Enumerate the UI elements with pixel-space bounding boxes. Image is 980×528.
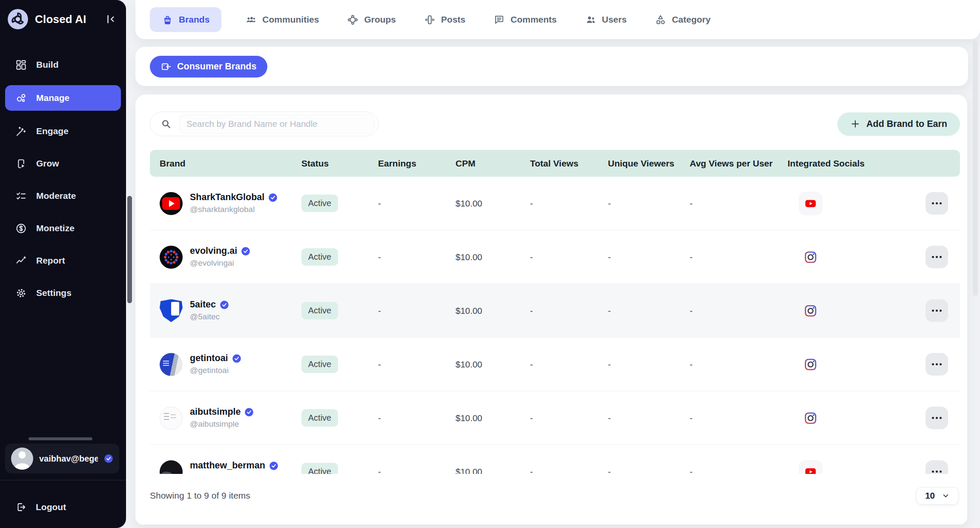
cpm-value: $10.00	[456, 252, 530, 262]
page-size-select[interactable]: 10	[916, 487, 959, 505]
search-box[interactable]	[150, 112, 378, 136]
status-badge: Active	[301, 409, 338, 427]
consumer-brands-button[interactable]: Consumer Brands	[150, 56, 267, 77]
sidebar-item-label: Build	[36, 60, 59, 70]
sidebar-item-grow[interactable]: Grow	[0, 152, 126, 175]
tab-comments[interactable]: Comments	[489, 7, 561, 32]
row-actions-button[interactable]	[926, 407, 948, 429]
total-views-value: -	[530, 198, 608, 209]
table-row[interactable]: aibutsimple @aibutsimple Active - $10.00…	[150, 391, 960, 445]
row-actions-button[interactable]	[926, 246, 948, 268]
table-body: SharkTankGlobal @sharktankglobal Active …	[150, 177, 960, 474]
tab-label: Communities	[262, 14, 319, 25]
logo-row: Closed AI	[0, 0, 126, 37]
sidebar-scrollbar[interactable]	[127, 196, 132, 303]
report-icon	[15, 255, 27, 267]
sidebar-item-engage[interactable]: Engage	[0, 119, 126, 143]
row-actions-button[interactable]	[926, 192, 948, 215]
top-navigation: Brands Communities Groups Posts	[135, 0, 980, 39]
brand-name: 5aitec	[190, 299, 229, 310]
social-icon[interactable]	[799, 245, 822, 269]
social-icon[interactable]	[799, 192, 822, 215]
sidebar-item-moderate[interactable]: Moderate	[0, 184, 126, 208]
table-row[interactable]: getintoai @getintoai Active - $10.00 - -…	[150, 338, 960, 391]
tab-communities[interactable]: Communities	[241, 7, 323, 32]
verified-badge-icon	[232, 354, 241, 363]
social-icon[interactable]	[799, 353, 822, 376]
brand-name: SharkTankGlobal	[190, 192, 278, 203]
row-actions-button[interactable]	[926, 353, 948, 376]
verified-badge-icon	[220, 300, 229, 310]
status-badge: Active	[301, 195, 338, 212]
tab-category[interactable]: Category	[650, 7, 715, 32]
cpm-value: $10.00	[456, 198, 530, 209]
tab-brands[interactable]: Brands	[150, 7, 221, 32]
sidebar-item-build[interactable]: Build	[0, 53, 126, 77]
pagination-summary: Showing 1 to 9 of 9 items	[150, 491, 250, 501]
social-icon[interactable]	[799, 406, 822, 430]
page-size-value: 10	[925, 491, 935, 501]
user-card[interactable]: vaibhav@begenu...	[5, 444, 119, 473]
sidebar-item-monetize[interactable]: Monetize	[0, 216, 126, 240]
category-icon	[655, 14, 666, 26]
logout-button[interactable]: Logout	[15, 502, 66, 513]
brand-handle: @sharktankglobal	[190, 205, 278, 215]
brand-name: matthew_berman	[190, 460, 278, 471]
sidebar-item-manage[interactable]: Manage	[5, 85, 121, 111]
sidebar-item-label: Moderate	[36, 191, 76, 201]
social-icon[interactable]	[799, 299, 822, 323]
row-actions-button[interactable]	[926, 299, 948, 322]
communities-icon	[245, 14, 257, 26]
youtube-icon	[804, 197, 817, 210]
sidebar-item-report[interactable]: Report	[0, 249, 126, 273]
logout-label: Logout	[36, 502, 66, 512]
sidebar-item-label: Report	[36, 255, 65, 266]
tab-posts[interactable]: Posts	[420, 7, 470, 32]
total-views-value: -	[530, 359, 608, 370]
total-views-value: -	[530, 467, 608, 474]
unique-viewers-value: -	[608, 413, 690, 423]
instagram-icon	[804, 358, 817, 371]
add-brand-button[interactable]: Add Brand to Earn	[837, 112, 960, 136]
status-badge: Active	[301, 248, 338, 266]
cpm-value: $10.00	[456, 467, 530, 474]
page-scrollbar[interactable]	[973, 40, 978, 296]
total-views-value: -	[530, 252, 608, 262]
sidebar: Closed AI Build Manage Engage	[0, 0, 126, 528]
unique-viewers-value: -	[608, 252, 690, 262]
avg-views-value: -	[690, 467, 788, 474]
brand-cell: aibutsimple @aibutsimple	[160, 407, 301, 430]
sidebar-item-settings[interactable]: Settings	[0, 281, 126, 305]
monetize-icon	[15, 223, 27, 234]
search-input[interactable]	[179, 115, 375, 134]
tab-users[interactable]: Users	[581, 7, 631, 32]
sidebar-item-label: Settings	[36, 288, 72, 298]
brand-avatar	[160, 246, 183, 269]
brand-cell: 5aitec @5aitec	[160, 299, 301, 322]
col-unique-viewers: Unique Viewers	[608, 158, 690, 169]
table-row[interactable]: SharkTankGlobal @sharktankglobal Active …	[150, 177, 960, 230]
row-actions-button[interactable]	[926, 460, 948, 474]
cpm-value: $10.00	[456, 306, 530, 316]
table-row[interactable]: 5aitec @5aitec Active - $10.00 - - -	[150, 284, 960, 338]
social-icon[interactable]	[799, 460, 822, 474]
table-row[interactable]: evolving.ai @evolvingai Active - $10.00 …	[150, 230, 960, 284]
user-email: vaibhav@begenu...	[39, 454, 98, 464]
table-row[interactable]: matthew_berman Active - $10.00 - - -	[150, 445, 960, 474]
engage-icon	[15, 126, 27, 137]
users-icon	[585, 14, 596, 26]
consumer-brands-label: Consumer Brands	[177, 61, 256, 72]
add-brand-label: Add Brand to Earn	[866, 119, 947, 129]
table-header: Brand Status Earnings CPM Total Views Un…	[150, 150, 960, 177]
sidebar-divider	[0, 480, 126, 480]
sidebar-collapse-icon[interactable]	[105, 13, 117, 25]
app-title: Closed AI	[35, 13, 86, 26]
cpm-value: $10.00	[456, 359, 530, 370]
earnings-value: -	[378, 198, 456, 209]
tab-groups[interactable]: Groups	[343, 7, 400, 32]
sidebar-drag-handle[interactable]	[29, 437, 92, 440]
total-views-value: -	[530, 306, 608, 316]
status-badge: Active	[301, 302, 338, 319]
plus-icon	[850, 119, 860, 129]
manage-icon	[15, 92, 27, 104]
